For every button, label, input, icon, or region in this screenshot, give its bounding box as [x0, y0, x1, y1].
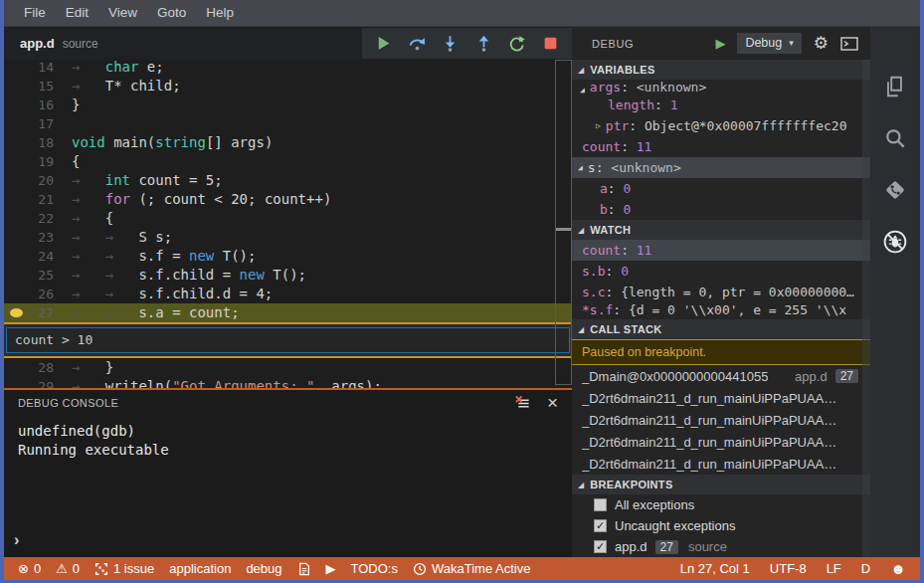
- code-line-21[interactable]: 21→ for (; count < 20; count++): [4, 190, 572, 209]
- section-header-variables[interactable]: ◢ VARIABLES: [572, 60, 870, 80]
- editor-gutter[interactable]: 21: [4, 190, 62, 209]
- menu-item-edit[interactable]: Edit: [56, 0, 98, 26]
- status-item-report-icon[interactable]: [297, 562, 311, 576]
- section-header-breakpoints[interactable]: ◢ BREAKPOINTS: [572, 475, 870, 494]
- breakpoint-dot[interactable]: [10, 308, 23, 317]
- editor-gutter[interactable]: 18: [4, 133, 62, 152]
- code-line-14[interactable]: 14→ char e;: [4, 60, 572, 77]
- breakpoint-item[interactable]: ✓app.d27source: [572, 536, 870, 557]
- step-into-button[interactable]: [439, 32, 462, 56]
- editor-gutter[interactable]: 14: [4, 60, 62, 77]
- breakpoint-checkbox[interactable]: ✓: [594, 540, 607, 553]
- callstack-frame[interactable]: _D2rt6dmain211_d_run_mainUiPPaPUAA…: [572, 409, 870, 431]
- status-item-warning-count[interactable]: ⚠0: [56, 561, 80, 576]
- code-line-22[interactable]: 22→ {: [4, 209, 572, 228]
- code-line-28[interactable]: 28→ }: [4, 358, 572, 377]
- code-line-19[interactable]: 19{: [4, 152, 572, 171]
- variable-row[interactable]: b: 0: [572, 199, 870, 220]
- editor-scrollbar[interactable]: [555, 60, 572, 385]
- code-line-26[interactable]: 26→ → s.f.child.d = 4;: [4, 285, 572, 303]
- editor-tab-appd[interactable]: app.d source: [4, 27, 114, 60]
- code-line-16[interactable]: 16}: [4, 96, 572, 114]
- section-header-callstack[interactable]: ◢ CALL STACK: [572, 319, 870, 339]
- editor-gutter[interactable]: 23: [4, 228, 62, 247]
- status-item-feedback-smiley[interactable]: ☻: [890, 561, 906, 576]
- breakpoint-condition-input[interactable]: count > 10: [6, 327, 570, 353]
- editor-gutter[interactable]: 15: [4, 77, 62, 96]
- status-item-status-wakatime[interactable]: WakaTime Active: [413, 561, 530, 576]
- menu-item-file[interactable]: File: [14, 0, 56, 26]
- variable-row[interactable]: count: 11: [572, 136, 870, 157]
- search-icon[interactable]: [880, 123, 910, 153]
- menu-item-view[interactable]: View: [98, 0, 147, 26]
- editor-gutter[interactable]: 16: [4, 96, 62, 114]
- gear-icon[interactable]: ⚙: [814, 33, 829, 54]
- callstack-frame[interactable]: _Dmain@0x0000000000441055app.d27: [572, 365, 870, 387]
- variable-row[interactable]: ▷ptr: Object@*0x00007fffffffec20: [572, 115, 870, 136]
- variable-row[interactable]: ◢s: <unknown>: [572, 157, 870, 178]
- editor-gutter[interactable]: 29: [4, 377, 62, 388]
- status-item-run-icon[interactable]: ▶: [326, 562, 336, 575]
- status-item-status-debug[interactable]: debug: [246, 561, 281, 576]
- scrollbar-thumb[interactable]: [556, 228, 571, 231]
- code-line-24[interactable]: 24→ → s.f = new T();: [4, 247, 572, 266]
- code-line-25[interactable]: 25→ → s.f.child = new T();: [4, 266, 572, 285]
- section-header-watch[interactable]: ◢ WATCH: [572, 220, 870, 240]
- code-editor[interactable]: 14→ char e;15→ T* child;16}1718void main…: [4, 60, 572, 388]
- status-item-status-todos[interactable]: TODO:s: [351, 561, 398, 576]
- breakpoint-item[interactable]: ✓Uncaught exceptions: [572, 515, 870, 536]
- step-out-button[interactable]: [471, 32, 495, 56]
- editor-gutter[interactable]: 19: [4, 152, 62, 171]
- variable-row[interactable]: a: 0: [572, 178, 870, 199]
- status-item-error-count[interactable]: ⊗0: [18, 561, 41, 576]
- variable-row[interactable]: ◢args: <unknown>: [572, 80, 870, 95]
- callstack-frame[interactable]: _D2rt6dmain211_d_run_mainUiPPaPUAA…: [572, 453, 870, 475]
- files-icon[interactable]: [880, 72, 910, 101]
- editor-gutter[interactable]: 24: [4, 247, 62, 266]
- continue-button[interactable]: [372, 32, 396, 56]
- status-item-encoding[interactable]: UTF-8: [770, 561, 807, 576]
- breakpoint-item[interactable]: All exceptions: [572, 494, 870, 515]
- editor-gutter[interactable]: 22: [4, 209, 62, 228]
- watch-row[interactable]: s.c: {length = 0, ptr = 0x00000000…: [572, 282, 870, 302]
- editor-gutter[interactable]: 25: [4, 266, 62, 285]
- status-item-eol[interactable]: LF: [827, 561, 841, 576]
- breakpoint-checkbox[interactable]: [594, 498, 607, 511]
- callstack-frame[interactable]: _D2rt6dmain211_d_run_mainUiPPaPUAA…: [572, 387, 870, 409]
- code-line-15[interactable]: 15→ T* child;: [4, 77, 572, 96]
- variable-row[interactable]: length: 1: [572, 95, 870, 115]
- watch-row[interactable]: s.b: 0: [572, 261, 870, 282]
- start-debug-icon[interactable]: ▶: [715, 36, 725, 51]
- editor-gutter[interactable]: 17: [4, 114, 62, 133]
- clear-console-icon[interactable]: [514, 395, 531, 412]
- status-item-issues-indicator[interactable]: 1 issue: [94, 561, 154, 576]
- console-prompt-icon[interactable]: ›: [14, 531, 19, 549]
- menu-item-goto[interactable]: Goto: [147, 0, 196, 26]
- watch-row[interactable]: count: 11: [572, 240, 870, 261]
- breakpoint-gutter[interactable]: [4, 303, 28, 322]
- editor-gutter[interactable]: 27: [4, 303, 62, 322]
- code-line-17[interactable]: 17: [4, 114, 572, 133]
- source-control-icon[interactable]: [880, 175, 910, 205]
- code-line-27[interactable]: 27→ → s.a = count;: [4, 303, 572, 322]
- status-item-language-mode[interactable]: D: [861, 561, 870, 576]
- stop-button[interactable]: [538, 32, 562, 56]
- debug-config-dropdown[interactable]: Debug ▾: [737, 33, 801, 54]
- watch-row[interactable]: *s.f: {d = 0 '\\x00', e = 255 '\\x: [572, 302, 870, 319]
- status-item-cursor-position[interactable]: Ln 27, Col 1: [680, 561, 750, 576]
- open-console-icon[interactable]: [840, 37, 858, 51]
- close-icon[interactable]: ×: [547, 396, 558, 410]
- callstack-frame[interactable]: _D2rt6dmain211_d_run_mainUiPPaPUAA…: [572, 431, 870, 453]
- code-line-18[interactable]: 18void main(string[] args): [4, 133, 572, 152]
- debug-disabled-icon[interactable]: [880, 227, 910, 257]
- editor-gutter[interactable]: 26: [4, 285, 62, 303]
- editor-gutter[interactable]: 28: [4, 358, 62, 377]
- step-over-button[interactable]: [405, 32, 429, 56]
- code-line-23[interactable]: 23→ → S s;: [4, 228, 572, 247]
- code-line-20[interactable]: 20→ int count = 5;: [4, 171, 572, 190]
- editor-gutter[interactable]: 20: [4, 171, 62, 190]
- code-line-29[interactable]: 29→ writeln("Got Arguments: ", args);: [4, 377, 572, 388]
- status-item-status-application[interactable]: application: [169, 561, 231, 576]
- panel-scrollbar[interactable]: [862, 60, 870, 557]
- menu-item-help[interactable]: Help: [196, 0, 244, 26]
